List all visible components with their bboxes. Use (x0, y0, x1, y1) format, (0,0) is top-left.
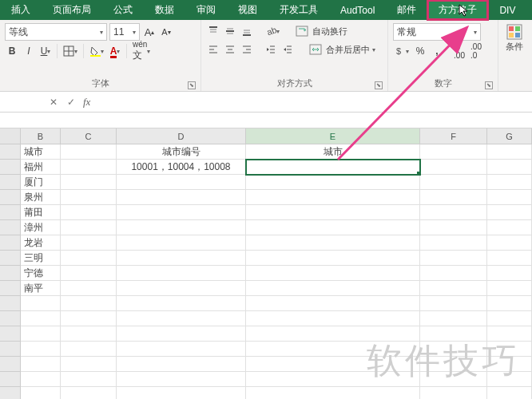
cell[interactable]: 宁德 (21, 266, 61, 281)
cell[interactable] (420, 326, 487, 342)
cell[interactable] (487, 175, 532, 190)
cell[interactable] (487, 387, 532, 399)
cell[interactable]: 龙岩 (21, 235, 61, 251)
cell[interactable] (487, 281, 532, 296)
increase-indent-button[interactable] (280, 41, 295, 57)
font-name-select[interactable]: 等线▾ (5, 23, 107, 41)
col-header-B[interactable]: B (21, 128, 61, 144)
row-header[interactable] (0, 190, 21, 205)
cell[interactable] (246, 190, 420, 205)
cell[interactable] (487, 357, 532, 372)
fill-handle[interactable] (417, 172, 420, 175)
cell[interactable] (117, 326, 246, 342)
cell[interactable] (117, 220, 246, 235)
dialog-launcher-icon[interactable]: ⬊ (485, 81, 493, 89)
cell[interactable]: 漳州 (21, 220, 61, 235)
cell[interactable] (117, 235, 246, 251)
cell[interactable] (246, 251, 420, 266)
align-left-button[interactable] (206, 41, 220, 57)
cell[interactable] (61, 144, 117, 160)
currency-button[interactable]: $▾ (393, 43, 411, 59)
cell[interactable]: 南平 (21, 281, 61, 296)
cell[interactable] (61, 281, 117, 296)
cell[interactable] (61, 175, 117, 190)
tab-data[interactable]: 数据 (144, 0, 185, 20)
cell[interactable] (117, 357, 246, 372)
row-header[interactable] (0, 281, 21, 296)
row-header[interactable] (0, 220, 21, 235)
fill-color-button[interactable]: ▾ (88, 43, 105, 59)
row-header[interactable] (0, 205, 21, 220)
cell[interactable] (487, 235, 532, 251)
cell[interactable] (420, 190, 487, 205)
cell[interactable] (420, 372, 487, 387)
fx-icon[interactable]: fx (80, 96, 93, 109)
col-header-E[interactable]: E (246, 128, 420, 144)
cell[interactable] (117, 190, 246, 205)
underline-button[interactable]: U▾ (38, 43, 53, 59)
row-header[interactable] (0, 311, 21, 326)
cell[interactable] (487, 372, 532, 387)
tab-ffgz[interactable]: 方方格子 (427, 0, 488, 20)
cell[interactable] (61, 251, 117, 266)
cell[interactable] (420, 205, 487, 220)
cell[interactable]: 厦门 (21, 175, 61, 190)
cell[interactable] (61, 342, 117, 357)
cell[interactable] (246, 220, 420, 235)
cell[interactable] (61, 311, 117, 326)
cell[interactable] (61, 387, 117, 399)
dialog-launcher-icon[interactable]: ⬊ (188, 81, 196, 89)
cell[interactable] (420, 296, 487, 311)
cell[interactable] (487, 311, 532, 326)
cell[interactable] (487, 296, 532, 311)
decrease-indent-button[interactable] (264, 41, 278, 57)
increase-font-button[interactable]: A▴ (142, 24, 157, 40)
cell[interactable] (420, 342, 487, 357)
cell[interactable] (117, 296, 246, 311)
cell[interactable] (246, 266, 420, 281)
row-header[interactable] (0, 372, 21, 387)
cell[interactable]: 泉州 (21, 190, 61, 205)
row-header[interactable] (0, 160, 21, 175)
cell[interactable] (21, 357, 61, 372)
cell[interactable] (420, 235, 487, 251)
comma-button[interactable]: , (430, 43, 444, 59)
cell[interactable] (246, 235, 420, 251)
increase-decimal-button[interactable]: .0.00 (452, 43, 466, 59)
cell[interactable] (61, 357, 117, 372)
cell[interactable] (246, 296, 420, 311)
cell[interactable] (420, 311, 487, 326)
cell[interactable] (246, 175, 420, 190)
cell[interactable] (487, 342, 532, 357)
cell[interactable] (246, 281, 420, 296)
cell[interactable] (246, 205, 420, 220)
cell[interactable] (117, 342, 246, 357)
italic-button[interactable]: I (22, 43, 36, 59)
cell[interactable] (487, 190, 532, 205)
cell[interactable] (117, 311, 246, 326)
cell[interactable] (21, 296, 61, 311)
cell[interactable] (487, 266, 532, 281)
align-top-button[interactable] (206, 23, 220, 39)
row-header[interactable] (0, 144, 21, 160)
tab-review[interactable]: 审阅 (185, 0, 227, 20)
cell[interactable] (21, 372, 61, 387)
decrease-font-button[interactable]: A▾ (159, 24, 173, 40)
row-header[interactable] (0, 251, 21, 266)
col-header-F[interactable]: F (420, 128, 487, 144)
cell[interactable] (420, 144, 487, 160)
cell[interactable] (61, 160, 117, 175)
tab-page-layout[interactable]: 页面布局 (42, 0, 102, 20)
cell[interactable]: 10001，10004，10008 (117, 160, 246, 175)
orientation-button[interactable]: ab▾ (264, 23, 281, 39)
font-color-button[interactable]: A▾ (108, 43, 122, 59)
cell[interactable] (487, 251, 532, 266)
cell[interactable] (487, 144, 532, 160)
row-header[interactable] (0, 266, 21, 281)
col-header-D[interactable]: D (117, 128, 246, 144)
tab-formula[interactable]: 公式 (102, 0, 144, 20)
cell[interactable] (61, 372, 117, 387)
cell[interactable] (487, 220, 532, 235)
cell[interactable] (487, 205, 532, 220)
cell[interactable] (420, 281, 487, 296)
